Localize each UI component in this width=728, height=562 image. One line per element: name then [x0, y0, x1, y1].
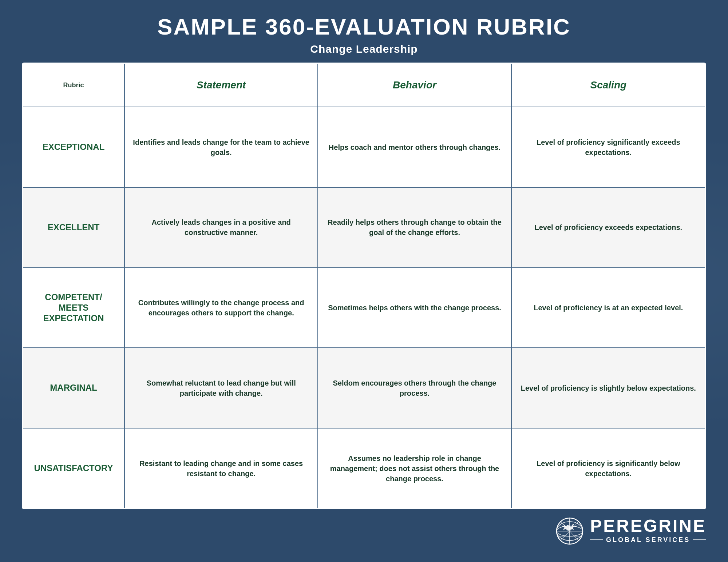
cell-unsatisfactory-rubric: UNSATISFACTORY [23, 429, 125, 508]
page-container: SAMPLE 360-EVALUATION RUBRIC Change Lead… [0, 0, 728, 562]
globe-icon [555, 517, 584, 546]
exceptional-label: EXCEPTIONAL [43, 142, 105, 152]
table-header-row: Rubric Statement Behavior Scaling [23, 64, 705, 107]
cell-marginal-rubric: MARGINAL [23, 348, 125, 428]
cell-excellent-scaling: Level of proficiency exceeds expectation… [512, 188, 705, 267]
rubric-table: Rubric Statement Behavior Scaling EXCEPT… [22, 63, 706, 509]
cell-excellent-rubric: EXCELLENT [23, 188, 125, 267]
page-header: SAMPLE 360-EVALUATION RUBRIC Change Lead… [22, 15, 706, 55]
header-scaling-label: Scaling [590, 79, 627, 91]
cell-exceptional-behavior: Helps coach and mentor others through ch… [318, 107, 511, 187]
cell-exceptional-rubric: EXCEPTIONAL [23, 107, 125, 187]
brand-divider-line-left [590, 539, 603, 540]
cell-excellent-statement: Actively leads changes in a positive and… [125, 188, 318, 267]
brand-divider: GLOBAL SERVICES [590, 536, 706, 544]
cell-marginal-behavior: Seldom encourages others through the cha… [318, 348, 511, 428]
header-cell-rubric: Rubric [23, 64, 125, 107]
logo-area: PEREGRINE GLOBAL SERVICES [555, 517, 706, 546]
competent-label: COMPETENT/ MEETS EXPECTATION [30, 292, 117, 323]
header-behavior-label: Behavior [393, 79, 436, 91]
cell-unsatisfactory-scaling: Level of proficiency is significantly be… [512, 429, 705, 508]
cell-marginal-statement: Somewhat reluctant to lead change but wi… [125, 348, 318, 428]
competent-statement: Contributes willingly to the change proc… [132, 298, 310, 318]
unsatisfactory-label: UNSATISFACTORY [34, 463, 113, 474]
table-row-unsatisfactory: UNSATISFACTORY Resistant to leading chan… [23, 429, 705, 508]
sub-title: Change Leadership [22, 43, 706, 55]
cell-exceptional-scaling: Level of proficiency significantly excee… [512, 107, 705, 187]
excellent-scaling: Level of proficiency exceeds expectation… [534, 222, 682, 232]
exceptional-behavior: Helps coach and mentor others through ch… [329, 142, 500, 152]
cell-exceptional-statement: Identifies and leads change for the team… [125, 107, 318, 187]
brand-name: PEREGRINE [590, 517, 706, 535]
cell-excellent-behavior: Readily helps others through change to o… [318, 188, 511, 267]
brand-text: PEREGRINE GLOBAL SERVICES [590, 517, 706, 545]
marginal-scaling: Level of proficiency is slightly below e… [521, 383, 696, 393]
unsatisfactory-behavior: Assumes no leadership role in change man… [325, 453, 503, 484]
table-row-excellent: EXCELLENT Actively leads changes in a po… [23, 188, 705, 268]
exceptional-scaling: Level of proficiency significantly excee… [519, 137, 698, 158]
excellent-behavior: Readily helps others through change to o… [325, 217, 503, 238]
cell-competent-rubric: COMPETENT/ MEETS EXPECTATION [23, 268, 125, 348]
excellent-label: EXCELLENT [48, 222, 100, 233]
cell-competent-behavior: Sometimes helps others with the change p… [318, 268, 511, 348]
footer: PEREGRINE GLOBAL SERVICES [22, 509, 706, 547]
cell-marginal-scaling: Level of proficiency is slightly below e… [512, 348, 705, 428]
header-rubric-label: Rubric [63, 81, 84, 89]
table-row-exceptional: EXCEPTIONAL Identifies and leads change … [23, 107, 705, 188]
excellent-statement: Actively leads changes in a positive and… [132, 217, 310, 238]
exceptional-statement: Identifies and leads change for the team… [132, 137, 310, 158]
cell-unsatisfactory-statement: Resistant to leading change and in some … [125, 429, 318, 508]
table-wrapper: Rubric Statement Behavior Scaling EXCEPT… [22, 63, 706, 509]
header-statement-label: Statement [197, 79, 246, 91]
unsatisfactory-scaling: Level of proficiency is significantly be… [519, 458, 698, 479]
cell-unsatisfactory-behavior: Assumes no leadership role in change man… [318, 429, 511, 508]
table-row-marginal: MARGINAL Somewhat reluctant to lead chan… [23, 348, 705, 429]
brand-sub: GLOBAL SERVICES [606, 536, 690, 544]
main-title: SAMPLE 360-EVALUATION RUBRIC [22, 15, 706, 39]
competent-behavior: Sometimes helps others with the change p… [328, 303, 501, 313]
brand-divider-line-right [693, 539, 706, 540]
marginal-behavior: Seldom encourages others through the cha… [325, 378, 503, 398]
competent-scaling: Level of proficiency is at an expected l… [534, 303, 683, 313]
header-cell-scaling: Scaling [512, 64, 705, 107]
marginal-statement: Somewhat reluctant to lead change but wi… [132, 378, 310, 398]
marginal-label: MARGINAL [50, 383, 97, 393]
header-cell-behavior: Behavior [318, 64, 511, 107]
header-cell-statement: Statement [125, 64, 318, 107]
table-row-competent: COMPETENT/ MEETS EXPECTATION Contributes… [23, 268, 705, 348]
unsatisfactory-statement: Resistant to leading change and in some … [132, 458, 310, 479]
cell-competent-statement: Contributes willingly to the change proc… [125, 268, 318, 348]
cell-competent-scaling: Level of proficiency is at an expected l… [512, 268, 705, 348]
